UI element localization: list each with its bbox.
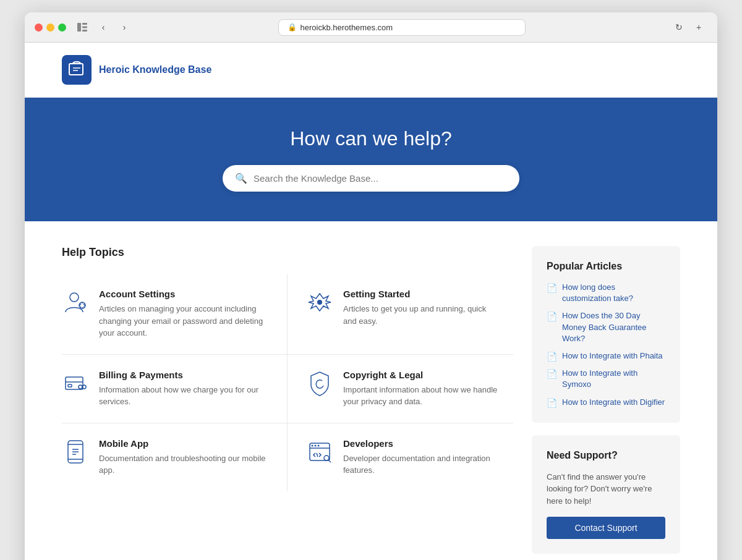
topic-desc: Developer documentation and integration … (343, 452, 498, 477)
search-input[interactable] (254, 173, 507, 184)
svg-rect-4 (69, 64, 83, 75)
svg-rect-1 (82, 23, 87, 25)
browser-controls: ‹ › (74, 19, 133, 36)
doc-icon: 📄 (547, 283, 557, 293)
svg-rect-10 (66, 377, 83, 389)
address-bar[interactable]: 🔒 heroickb.herothemes.com (278, 19, 526, 36)
content-left: Help Topics Accou (62, 246, 513, 491)
svg-rect-0 (77, 23, 81, 32)
svg-line-26 (317, 453, 318, 457)
svg-point-27 (324, 456, 329, 460)
article-link[interactable]: How to Integrate with Symoxo (562, 368, 665, 390)
account-settings-info: Account Settings Articles on managing yo… (99, 289, 268, 339)
popular-article-item[interactable]: 📄 How to Integrate with Digifier (547, 397, 665, 408)
topic-getting-started[interactable]: Getting Started Articles to get you up a… (288, 274, 513, 355)
content-right: Popular Articles 📄 How long does customi… (532, 246, 680, 560)
popular-articles-title: Popular Articles (547, 261, 665, 272)
address-bar-container: 🔒 heroickb.herothemes.com (140, 19, 663, 36)
svg-point-13 (79, 385, 82, 389)
sidebar-toggle-icon[interactable] (74, 19, 91, 36)
logo-icon (62, 55, 92, 85)
page-content: Heroic Knowledge Base How can we help? 🔍… (25, 43, 717, 560)
svg-point-23 (312, 444, 313, 446)
refresh-button[interactable]: ↻ (670, 19, 688, 36)
article-link[interactable]: How long does customization take? (562, 282, 665, 304)
back-button[interactable]: ‹ (95, 19, 112, 36)
topic-billing-payments[interactable]: Billing & Payments Information about how… (62, 355, 288, 423)
forward-button[interactable]: › (116, 19, 133, 36)
topic-title: Account Settings (99, 289, 268, 299)
topic-mobile-app[interactable]: Mobile App Documentation and troubleshoo… (62, 423, 288, 491)
svg-rect-12 (68, 384, 72, 387)
topic-desc: Documentation and troubleshooting our mo… (99, 452, 268, 477)
getting-started-info: Getting Started Articles to get you up a… (343, 289, 498, 327)
need-support-description: Can't find the answer you're looking for… (547, 471, 665, 507)
topic-desc: Information about how we charge you for … (99, 384, 268, 408)
topic-copyright-legal[interactable]: Copyright & Legal Important information … (288, 355, 513, 423)
browser-dots (35, 23, 66, 32)
need-support-widget: Need Support? Can't find the answer you'… (532, 435, 680, 554)
help-topics-title: Help Topics (62, 246, 513, 259)
doc-icon: 📄 (547, 369, 557, 379)
svg-point-24 (315, 444, 317, 446)
copyright-legal-info: Copyright & Legal Important information … (343, 370, 498, 408)
logo-link[interactable]: Heroic Knowledge Base (62, 55, 211, 85)
search-bar-wrapper: 🔍 (37, 165, 705, 192)
doc-icon: 📄 (547, 352, 557, 362)
dot-yellow[interactable] (46, 23, 54, 32)
copyright-legal-icon (306, 370, 333, 397)
lock-icon: 🔒 (288, 23, 297, 32)
doc-icon: 📄 (547, 398, 557, 408)
svg-rect-3 (82, 30, 87, 32)
logo-text: Heroic Knowledge Base (99, 64, 211, 77)
billing-payments-info: Billing & Payments Information about how… (99, 370, 268, 408)
svg-point-9 (317, 300, 322, 305)
search-bar: 🔍 (223, 165, 519, 192)
doc-icon: 📄 (547, 312, 557, 321)
billing-payments-icon (62, 370, 89, 397)
new-tab-button[interactable]: + (690, 19, 707, 36)
topic-desc: Important information about how we handl… (343, 384, 498, 408)
topic-desc: Articles on managing your account includ… (99, 303, 268, 339)
topic-title: Developers (343, 438, 498, 449)
topic-desc: Articles to get you up and running, quic… (343, 303, 498, 327)
topic-developers[interactable]: Developers Developer documentation and i… (288, 423, 513, 491)
site-header: Heroic Knowledge Base (25, 43, 717, 98)
browser-chrome: ‹ › 🔒 heroickb.herothemes.com ↻ + (25, 12, 717, 43)
need-support-title: Need Support? (547, 450, 665, 461)
topics-grid: Account Settings Articles on managing yo… (62, 274, 513, 491)
popular-article-item[interactable]: 📄 How long does customization take? (547, 282, 665, 304)
url-text: heroickb.herothemes.com (301, 23, 393, 32)
topic-title: Getting Started (343, 289, 498, 299)
mobile-app-icon (62, 438, 89, 465)
article-link[interactable]: How to Integrate with Phaita (562, 350, 663, 362)
topic-account-settings[interactable]: Account Settings Articles on managing yo… (62, 274, 288, 355)
svg-point-25 (318, 444, 320, 446)
hero-section: How can we help? 🔍 (25, 98, 717, 221)
developers-info: Developers Developer documentation and i… (343, 438, 498, 477)
topic-title: Mobile App (99, 438, 268, 449)
svg-rect-2 (82, 27, 87, 28)
account-settings-icon (62, 289, 89, 316)
dot-green[interactable] (58, 23, 66, 32)
search-icon: 🔍 (235, 172, 247, 184)
browser-window: ‹ › 🔒 heroickb.herothemes.com ↻ + (25, 12, 717, 560)
popular-article-item[interactable]: 📄 How to Integrate with Phaita (547, 350, 665, 362)
popular-article-item[interactable]: 📄 How to Integrate with Symoxo (547, 368, 665, 390)
getting-started-icon (306, 289, 333, 316)
popular-articles-widget: Popular Articles 📄 How long does customi… (532, 246, 680, 423)
article-link[interactable]: How to Integrate with Digifier (562, 397, 665, 408)
mobile-app-info: Mobile App Documentation and troubleshoo… (99, 438, 268, 477)
svg-point-7 (70, 293, 79, 302)
browser-actions: ↻ + (670, 19, 707, 36)
article-link[interactable]: How Does the 30 Day Money Back Guarantee… (562, 310, 665, 344)
topic-title: Billing & Payments (99, 370, 268, 380)
popular-article-item[interactable]: 📄 How Does the 30 Day Money Back Guarant… (547, 310, 665, 344)
contact-support-button[interactable]: Contact Support (547, 517, 665, 539)
main-content: Help Topics Accou (25, 221, 717, 560)
dot-red[interactable] (35, 23, 43, 32)
topic-title: Copyright & Legal (343, 370, 498, 380)
developers-icon (306, 438, 333, 465)
hero-title: How can we help? (37, 127, 705, 150)
